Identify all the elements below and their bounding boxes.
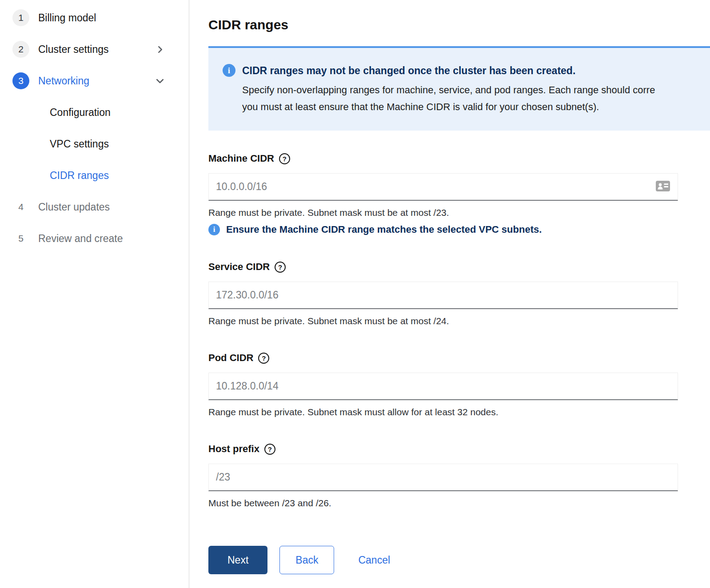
step-label: Review and create	[38, 233, 123, 245]
pod-cidr-label: Pod CIDR	[208, 352, 253, 364]
step-number-badge: 1	[12, 9, 29, 26]
substep-label: VPC settings	[50, 138, 109, 150]
host-prefix-helper-text: Must be between /23 and /26.	[208, 498, 710, 509]
machine-cidr-field-group: Machine CIDR ? Range must be private. Su…	[208, 153, 710, 235]
info-alert-description-line: Specify non-overlapping ranges for machi…	[242, 82, 655, 99]
machine-cidr-label: Machine CIDR	[208, 153, 274, 164]
wizard-step-review-and-create: 5 Review and create	[0, 229, 189, 248]
wizard-layout: 1 Billing model 2 Cluster settings 3 Net…	[0, 0, 710, 588]
address-card-autofill-icon[interactable]	[656, 181, 670, 193]
wizard-step-networking[interactable]: 3 Networking	[0, 71, 189, 91]
wizard-step-cluster-updates: 4 Cluster updates	[0, 197, 189, 217]
question-circle-icon[interactable]: ?	[264, 444, 275, 455]
step-number-badge: 3	[12, 72, 29, 89]
info-icon: i	[208, 224, 220, 235]
wizard-step-billing-model[interactable]: 1 Billing model	[0, 8, 189, 28]
host-prefix-label: Host prefix	[208, 443, 259, 455]
field-label-row: Service CIDR ?	[208, 261, 710, 273]
wizard-substep-vpc-settings[interactable]: VPC settings	[0, 134, 189, 154]
field-label-row: Host prefix ?	[208, 443, 710, 455]
wizard-substep-configuration[interactable]: Configuration	[0, 103, 189, 122]
wizard-step-cluster-settings[interactable]: 2 Cluster settings	[0, 40, 189, 59]
field-label-row: Pod CIDR ?	[208, 352, 710, 364]
wizard-nav-sidebar: 1 Billing model 2 Cluster settings 3 Net…	[0, 0, 189, 588]
machine-cidr-helper-text: Range must be private. Subnet mask must …	[208, 207, 710, 218]
question-circle-icon[interactable]: ?	[275, 262, 286, 273]
step-number-badge: 5	[12, 230, 29, 247]
cancel-button[interactable]: Cancel	[358, 546, 390, 574]
service-cidr-label: Service CIDR	[208, 261, 270, 273]
step-label: Networking	[38, 75, 89, 87]
next-button[interactable]: Next	[208, 546, 267, 574]
pod-cidr-field-group: Pod CIDR ? Range must be private. Subnet…	[208, 352, 710, 417]
chevron-down-icon	[156, 77, 164, 85]
info-alert-content: CIDR ranges may not be changed once the …	[242, 64, 655, 115]
wizard-footer: Next Back Cancel	[208, 546, 710, 574]
step-number-badge: 2	[12, 41, 29, 58]
wizard-substep-cidr-ranges[interactable]: CIDR ranges	[0, 166, 189, 185]
machine-cidr-input[interactable]	[208, 173, 678, 201]
question-circle-icon[interactable]: ?	[258, 353, 269, 364]
info-icon: i	[223, 64, 235, 77]
step-label: Billing model	[38, 12, 96, 24]
host-prefix-input-wrap	[208, 464, 678, 491]
info-alert-title: CIDR ranges may not be changed once the …	[242, 64, 655, 77]
info-alert: i CIDR ranges may not be changed once th…	[208, 46, 710, 131]
service-cidr-input[interactable]	[208, 282, 678, 309]
host-prefix-input[interactable]	[208, 464, 678, 491]
substep-label: Configuration	[50, 107, 111, 119]
machine-cidr-input-wrap	[208, 173, 678, 201]
machine-cidr-note: i Ensure the Machine CIDR range matches …	[208, 224, 710, 235]
chevron-right-icon	[156, 46, 164, 53]
host-prefix-field-group: Host prefix ? Must be between /23 and /2…	[208, 443, 710, 509]
service-cidr-helper-text: Range must be private. Subnet mask must …	[208, 316, 710, 326]
machine-cidr-note-text: Ensure the Machine CIDR range matches th…	[226, 224, 542, 235]
step-label: Cluster updates	[38, 201, 110, 213]
question-circle-icon[interactable]: ?	[279, 153, 290, 164]
service-cidr-field-group: Service CIDR ? Range must be private. Su…	[208, 261, 710, 326]
step-label: Cluster settings	[38, 44, 109, 56]
info-alert-description-line: you must at least ensure that the Machin…	[242, 99, 655, 115]
back-button[interactable]: Back	[279, 546, 334, 574]
field-label-row: Machine CIDR ?	[208, 153, 710, 164]
page-title: CIDR ranges	[208, 17, 710, 33]
pod-cidr-input[interactable]	[208, 373, 678, 400]
pod-cidr-helper-text: Range must be private. Subnet mask must …	[208, 407, 710, 417]
substep-label: CIDR ranges	[50, 170, 109, 182]
info-alert-description: Specify non-overlapping ranges for machi…	[242, 82, 655, 115]
pod-cidr-input-wrap	[208, 373, 678, 400]
cidr-ranges-panel: CIDR ranges i CIDR ranges may not be cha…	[189, 0, 710, 588]
service-cidr-input-wrap	[208, 282, 678, 309]
step-number-badge: 4	[12, 199, 29, 215]
